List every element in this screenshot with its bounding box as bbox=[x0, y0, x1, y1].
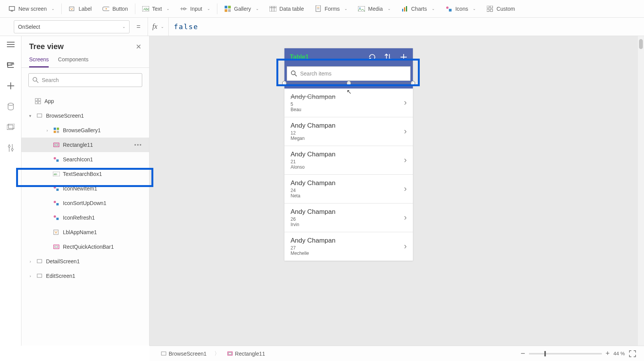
refresh-icon[interactable] bbox=[368, 53, 376, 61]
text-button[interactable]: Abc Text ⌄ bbox=[137, 0, 175, 17]
close-icon[interactable]: ✕ bbox=[136, 43, 141, 51]
expand-arrow[interactable]: › bbox=[44, 128, 50, 133]
svg-rect-53 bbox=[54, 131, 56, 133]
selection-handle[interactable] bbox=[347, 81, 351, 85]
tree-item[interactable]: Rectangle11••• bbox=[21, 138, 149, 152]
tree-item-label: EditScreen1 bbox=[46, 273, 75, 279]
sort-icon[interactable] bbox=[384, 53, 391, 61]
forms-label: Forms bbox=[325, 6, 340, 12]
tree-item[interactable]: IconRefresh1 bbox=[21, 210, 149, 225]
status-bar: BrowseScreen1 〉 Rectangle11 − + 44 % bbox=[150, 346, 644, 361]
insert-icon[interactable] bbox=[6, 81, 15, 90]
breadcrumb-screen[interactable]: BrowseScreen1 bbox=[157, 349, 210, 358]
tree-item[interactable]: ›EditScreen1 bbox=[21, 269, 149, 283]
svg-point-37 bbox=[8, 103, 13, 105]
node-icon bbox=[36, 258, 43, 265]
expand-arrow[interactable]: › bbox=[28, 259, 33, 264]
selection-handle[interactable] bbox=[411, 81, 415, 85]
data-table-button[interactable]: Data table bbox=[264, 0, 309, 17]
svg-rect-54 bbox=[57, 131, 59, 133]
zoom-slider[interactable] bbox=[529, 353, 602, 354]
node-icon bbox=[53, 127, 60, 134]
tree-item[interactable]: SearchIcon1 bbox=[21, 152, 149, 167]
canvas-area[interactable]: Table1 Search items Andy Champan5Beau›An… bbox=[150, 36, 644, 346]
tree-item-app[interactable]: App bbox=[21, 94, 149, 108]
tree-item[interactable]: ▾BrowseScreen1 bbox=[21, 108, 149, 123]
button-label: Button bbox=[112, 6, 128, 12]
svg-rect-66 bbox=[56, 218, 59, 220]
tree-view-panel: Tree view ✕ Screens Components Search Ap… bbox=[21, 36, 150, 346]
expand-arrow[interactable]: ▾ bbox=[28, 113, 33, 118]
zoom-controls: − + 44 % bbox=[521, 349, 636, 358]
gallery-button[interactable]: Gallery ⌄ bbox=[219, 0, 264, 17]
tree-view-title: Tree view bbox=[29, 42, 64, 51]
scrollbar-thumb[interactable] bbox=[639, 39, 643, 49]
app-icon bbox=[34, 98, 41, 105]
gallery-item[interactable]: Andy Champan21Alonso› bbox=[284, 146, 413, 175]
hamburger-icon[interactable] bbox=[6, 40, 15, 49]
zoom-pct: % bbox=[620, 351, 625, 356]
gallery-item[interactable]: Andy Champan26Irvin› bbox=[284, 203, 413, 232]
zoom-value: 44 bbox=[613, 351, 619, 356]
advanced-icon[interactable] bbox=[6, 143, 15, 153]
new-screen-button[interactable]: New screen ⌄ bbox=[3, 0, 60, 17]
icons-button[interactable]: Icons ⌄ bbox=[440, 0, 481, 17]
chevron-down-icon: ⌄ bbox=[161, 25, 164, 29]
forms-button[interactable]: Forms ⌄ bbox=[309, 0, 353, 17]
tab-components[interactable]: Components bbox=[58, 56, 88, 67]
svg-rect-24 bbox=[404, 7, 405, 11]
add-icon[interactable] bbox=[400, 53, 407, 61]
data-icon[interactable] bbox=[6, 102, 15, 111]
fit-screen-icon[interactable] bbox=[629, 350, 636, 358]
chevron-right-icon: › bbox=[404, 184, 407, 194]
gallery-item[interactable]: Andy Champan12Megan› bbox=[284, 117, 413, 146]
item-subtitle: 27 bbox=[291, 245, 404, 251]
zoom-out-button[interactable]: − bbox=[521, 349, 525, 358]
tree-item[interactable]: abTextSearchBox1 bbox=[21, 167, 149, 181]
media-button[interactable]: Media ⌄ bbox=[353, 0, 396, 17]
left-rail bbox=[0, 36, 21, 346]
selected-rectangle[interactable]: Search items bbox=[284, 66, 413, 89]
screen-icon bbox=[8, 5, 15, 12]
tree-item[interactable]: ›DetailScreen1 bbox=[21, 254, 149, 269]
svg-rect-23 bbox=[402, 9, 403, 11]
fx-button[interactable]: fx ⌄ bbox=[148, 18, 169, 36]
expand-arrow[interactable]: › bbox=[28, 274, 33, 278]
tree-search-input[interactable]: Search bbox=[28, 73, 142, 87]
chevron-down-icon: ⌄ bbox=[207, 7, 210, 11]
tree-item[interactable]: IconSortUpDown1 bbox=[21, 196, 149, 210]
svg-rect-13 bbox=[228, 9, 231, 12]
zoom-in-button[interactable]: + bbox=[606, 350, 610, 358]
search-items-input[interactable]: Search items bbox=[287, 66, 411, 81]
property-selector[interactable]: OnSelect ⌄ bbox=[14, 20, 130, 33]
custom-button[interactable]: Custom bbox=[481, 0, 520, 17]
gallery-item[interactable]: Andy Champan24Neta› bbox=[284, 175, 413, 203]
svg-rect-18 bbox=[316, 5, 320, 11]
more-icon[interactable]: ••• bbox=[134, 142, 142, 148]
chevron-down-icon: ⌄ bbox=[166, 7, 169, 11]
node-icon bbox=[53, 200, 60, 207]
vertical-scrollbar[interactable] bbox=[638, 36, 644, 346]
charts-button[interactable]: Charts ⌄ bbox=[396, 0, 440, 17]
breadcrumb-control[interactable]: Rectangle11 bbox=[223, 349, 269, 358]
label-icon bbox=[69, 5, 76, 12]
input-button[interactable]: Input ⌄ bbox=[175, 0, 215, 17]
label-button[interactable]: Label bbox=[63, 0, 97, 17]
selection-handle[interactable] bbox=[282, 81, 287, 85]
tree-item[interactable]: ›BrowseGallery1 bbox=[21, 123, 149, 138]
tree-item[interactable]: RectQuickActionBar1 bbox=[21, 240, 149, 254]
svg-point-61 bbox=[54, 186, 56, 189]
media-rail-icon[interactable] bbox=[6, 123, 15, 132]
search-placeholder: Search bbox=[42, 77, 59, 83]
node-icon: ab bbox=[53, 171, 60, 177]
gallery-item[interactable]: Andy Champan27Mechelle› bbox=[284, 232, 413, 261]
svg-rect-48 bbox=[35, 102, 38, 104]
tree-item[interactable]: LblAppName1 bbox=[21, 225, 149, 240]
button-button[interactable]: Button bbox=[97, 0, 133, 17]
tree-view-icon[interactable] bbox=[6, 61, 15, 70]
formula-value[interactable]: false bbox=[174, 23, 199, 31]
tab-screens[interactable]: Screens bbox=[29, 56, 49, 67]
tree-item[interactable]: IconNewItem1 bbox=[21, 181, 149, 196]
custom-label: Custom bbox=[496, 6, 515, 12]
chevron-right-icon: › bbox=[404, 98, 407, 108]
